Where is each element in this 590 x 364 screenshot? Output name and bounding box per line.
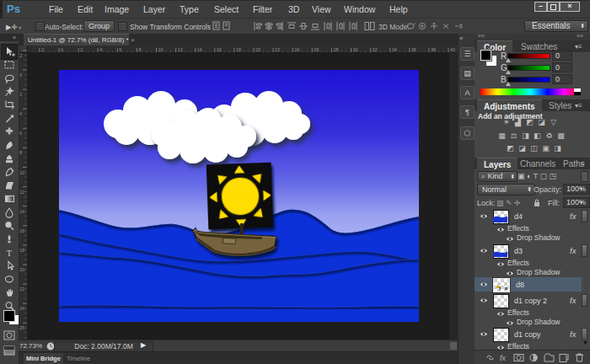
svg-text:10: 10 <box>19 170 24 175</box>
svg-text:38: 38 <box>431 47 436 52</box>
svg-text:32: 32 <box>373 47 378 52</box>
svg-text:6: 6 <box>119 47 121 52</box>
svg-text:28: 28 <box>333 47 338 52</box>
svg-text:24: 24 <box>294 47 299 52</box>
svg-text:0: 0 <box>61 47 63 52</box>
svg-text:2: 2 <box>80 47 83 52</box>
svg-text:14: 14 <box>197 47 202 52</box>
svg-text:12: 12 <box>19 190 24 195</box>
svg-text:18: 18 <box>236 47 241 52</box>
svg-text:20: 20 <box>255 47 260 52</box>
svg-text:16: 16 <box>217 47 222 52</box>
svg-text:22: 22 <box>19 286 24 292</box>
svg-text:22: 22 <box>275 47 280 52</box>
svg-text:30: 30 <box>353 47 358 52</box>
svg-text:14: 14 <box>19 209 24 214</box>
svg-text:10: 10 <box>158 47 164 52</box>
svg-text:2: 2 <box>19 53 22 58</box>
svg-text:0: 0 <box>19 72 22 78</box>
svg-text:2: 2 <box>19 92 22 97</box>
svg-text:26: 26 <box>314 47 319 52</box>
svg-text:12: 12 <box>178 47 183 52</box>
svg-text:34: 34 <box>392 47 397 52</box>
svg-text:20: 20 <box>19 267 24 272</box>
svg-text:T: T <box>7 248 13 258</box>
svg-text:18: 18 <box>19 248 24 253</box>
svg-text:36: 36 <box>411 47 416 52</box>
svg-text:fx: fx <box>500 354 507 362</box>
svg-text:2: 2 <box>41 47 44 52</box>
svg-text:4: 4 <box>19 111 22 116</box>
svg-text:8: 8 <box>138 47 141 52</box>
svg-text:26: 26 <box>19 325 24 330</box>
svg-text:16: 16 <box>19 228 24 233</box>
svg-text:8: 8 <box>19 150 22 155</box>
svg-text:24: 24 <box>19 306 24 311</box>
svg-text:6: 6 <box>19 131 22 136</box>
svg-text:40: 40 <box>450 47 455 52</box>
svg-text:4: 4 <box>99 47 102 52</box>
